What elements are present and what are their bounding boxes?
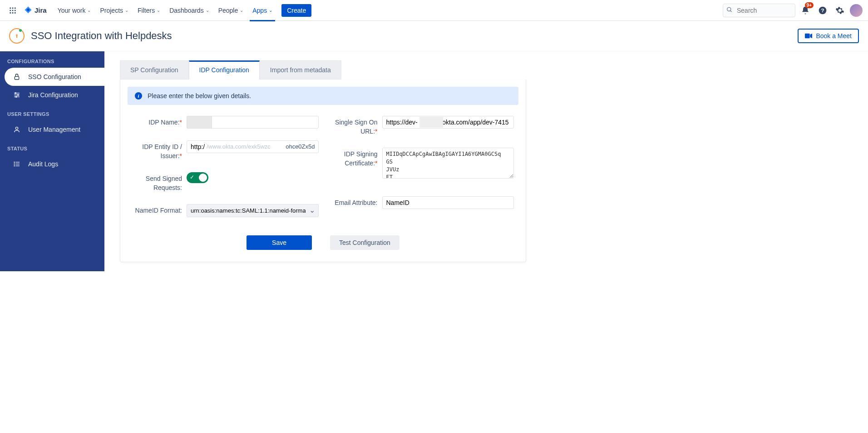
lock-icon [13,73,21,80]
panel: i Please enter the below given details. … [120,80,526,262]
svg-point-6 [10,12,11,13]
jira-product-name: Jira [35,6,47,14]
nav-your-work[interactable]: Your work⌄ [54,4,95,17]
chevron-down-icon: ⌄ [87,8,91,13]
button-row: Save Test Configuration [128,226,518,254]
sidebar-item-label: Audit Logs [28,160,58,168]
main-content: SP Configuration IDP Configuration Impor… [104,51,868,271]
app-header-left: SSO Integration with Helpdesks [9,28,172,44]
sidebar-item-jira-configuration[interactable]: Jira Configuration [0,86,104,104]
settings-icon[interactable] [833,3,847,18]
form-col-left: IDP Name:* IDP Entity ID / Issuer:* [132,116,319,222]
svg-point-29 [14,165,15,166]
form-grid: IDP Name:* IDP Entity ID / Issuer:* [128,105,518,226]
svg-line-10 [730,10,732,12]
top-nav-right: 9+ ? [723,3,863,18]
book-meet-label: Book a Meet [816,32,852,40]
sidebar-heading-status: STATUS [0,139,104,155]
label-entity-id: IDP Entity ID / Issuer:* [132,140,187,160]
idp-name-input[interactable] [212,116,319,129]
svg-point-27 [14,162,15,162]
chevron-down-icon: ⌄ [206,8,209,13]
svg-point-22 [15,96,17,98]
chevron-down-icon: ⌄ [157,8,160,13]
sidebar-heading-user-settings: USER SETTINGS [0,104,104,120]
search-input[interactable] [723,4,795,17]
row-entity-id: IDP Entity ID / Issuer:* /www.okta.com/e… [132,140,319,160]
row-signing-cert: IDP Signing Certificate:* MIIDqDCCApCgAw… [328,148,514,180]
tab-import-metadata[interactable]: Import from metadata [260,60,341,80]
nameid-select[interactable]: urn:oasis:names:tc:SAML:1.1:nameid-forma… [187,204,319,217]
label-send-signed: Send Signed Requests: [132,172,187,192]
svg-point-7 [12,12,14,13]
sidebar-item-label: Jira Configuration [28,91,78,99]
info-icon: i [135,92,142,100]
nav-filters[interactable]: Filters⌄ [134,4,164,17]
svg-point-3 [10,10,11,11]
nav-projects[interactable]: Projects⌄ [96,4,132,17]
form-col-right: Single Sign On URL:* IDP Signing Certifi… [328,116,514,222]
app-logo-icon [9,28,25,44]
jira-logo[interactable]: Jira [22,6,49,15]
svg-point-28 [14,164,15,164]
info-banner: i Please enter the below given details. [128,87,518,105]
avatar[interactable] [850,4,863,17]
save-button[interactable]: Save [247,235,312,250]
user-icon [13,126,21,133]
search-icon [726,6,733,14]
svg-point-21 [17,95,19,96]
label-sso-url: Single Sign On URL:* [328,116,382,136]
email-attr-input[interactable] [382,196,514,209]
row-email-attr: Email Attribute: [328,196,514,209]
book-meet-button[interactable]: Book a Meet [798,29,859,43]
svg-text:?: ? [821,7,824,13]
app-header: SSO Integration with Helpdesks Book a Me… [0,21,868,51]
help-icon[interactable]: ? [815,3,830,18]
row-sso-url: Single Sign On URL:* [328,116,514,136]
svg-rect-14 [16,35,17,38]
top-nav-left: Jira Your work⌄ Projects⌄ Filters⌄ Dashb… [5,3,311,18]
label-email-attr: Email Attribute: [328,196,382,208]
send-signed-toggle[interactable]: ✓ [187,172,208,183]
create-button[interactable]: Create [281,4,311,17]
tab-idp-configuration[interactable]: IDP Configuration [189,60,260,80]
svg-point-20 [15,93,16,94]
svg-point-5 [15,10,16,11]
label-idp-name: IDP Name:* [132,116,187,127]
label-nameid: NameID Format: [132,204,187,215]
sidebar-item-audit-logs[interactable]: Audit Logs [0,155,104,173]
page-title: SSO Integration with Helpdesks [31,30,172,42]
row-idp-name: IDP Name:* [132,116,319,129]
info-text: Please enter the below given details. [148,92,251,100]
nav-people[interactable]: People⌄ [215,4,247,17]
svg-point-4 [12,10,14,11]
svg-point-9 [727,7,731,11]
chevron-down-icon: ⌄ [269,8,272,13]
signing-cert-textarea[interactable]: MIIDqDCCApCgAwIBAgIGAYI1A6YGMA0GCSq GS J… [382,148,514,179]
sso-url-input[interactable] [382,116,514,129]
svg-point-23 [15,127,18,129]
app-switcher-icon[interactable] [5,3,20,18]
sso-url-redaction [419,117,443,128]
top-nav: Jira Your work⌄ Projects⌄ Filters⌄ Dashb… [0,0,868,21]
sidebar-item-sso-configuration[interactable]: SSO Configuration [5,68,104,86]
search-box [723,4,795,17]
tabs: SP Configuration IDP Configuration Impor… [120,60,853,80]
tab-sp-configuration[interactable]: SP Configuration [120,60,189,80]
svg-point-2 [15,7,16,9]
sidebar: CONFIGURATIONS SSO Configuration Jira Co… [0,51,104,271]
notifications-icon[interactable]: 9+ [798,3,813,18]
idp-name-prefix-blur [187,116,212,129]
entity-id-input[interactable] [187,140,319,153]
test-config-button[interactable]: Test Configuration [330,235,399,250]
sidebar-heading-configurations: CONFIGURATIONS [0,51,104,68]
sidebar-item-user-management[interactable]: User Management [0,120,104,139]
sliders-icon [13,91,21,99]
svg-point-1 [12,7,14,9]
svg-rect-16 [15,76,19,80]
notif-badge: 9+ [805,2,814,8]
chevron-down-icon: ⌄ [125,8,128,13]
nav-apps[interactable]: Apps⌄ [249,4,276,17]
video-icon [805,33,812,39]
nav-dashboards[interactable]: Dashboards⌄ [166,4,213,17]
